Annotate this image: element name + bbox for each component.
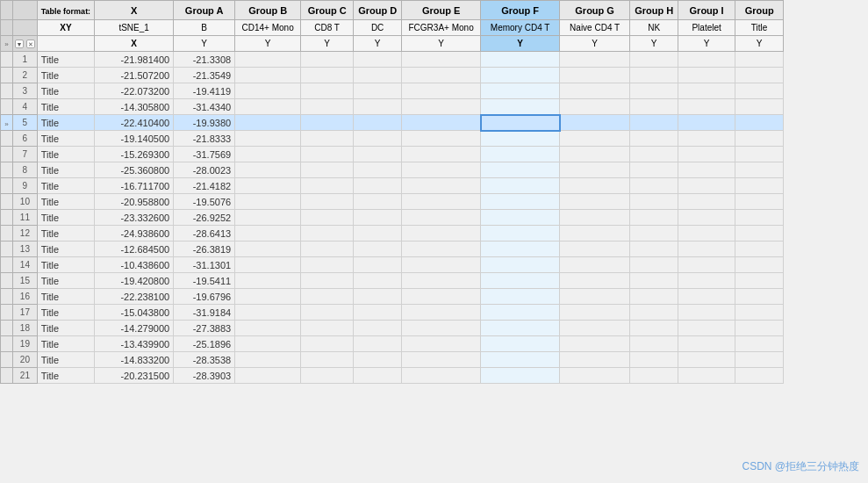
cell-x[interactable]: -20.958800 — [95, 194, 174, 210]
row-expand[interactable] — [1, 242, 13, 257]
cell-group-j[interactable] — [735, 52, 784, 68]
cell-x[interactable]: -25.360800 — [95, 162, 174, 178]
cell-group-j[interactable] — [735, 115, 784, 131]
cell-group-a[interactable]: -28.6413 — [174, 226, 235, 242]
cell-group-j[interactable] — [735, 242, 784, 257]
row-expand[interactable] — [1, 99, 13, 115]
cell-title[interactable]: Title — [37, 336, 94, 352]
cell-group-j[interactable] — [735, 178, 784, 194]
cell-group-e[interactable] — [402, 289, 481, 305]
cell-group-d[interactable] — [354, 68, 402, 83]
cell-group-c[interactable] — [301, 242, 354, 257]
cell-group-i[interactable] — [678, 68, 735, 83]
cell-group-e[interactable] — [402, 99, 481, 115]
cell-x[interactable]: -14.833200 — [95, 352, 174, 368]
cell-group-d[interactable] — [354, 131, 402, 147]
cell-group-i[interactable] — [678, 83, 735, 99]
cell-group-e[interactable] — [402, 194, 481, 210]
table-row[interactable]: »5Title-22.410400-19.9380 — [1, 115, 784, 131]
cell-group-e[interactable] — [402, 210, 481, 226]
cell-group-g[interactable] — [560, 305, 630, 321]
cell-title[interactable]: Title — [37, 52, 94, 68]
row-expand[interactable] — [1, 178, 13, 194]
cell-group-i[interactable] — [678, 289, 735, 305]
cell-title[interactable]: Title — [37, 68, 94, 83]
cell-title[interactable]: Title — [37, 242, 94, 257]
cell-title[interactable]: Title — [37, 210, 94, 226]
table-row[interactable]: 6Title-19.140500-21.8333 — [1, 131, 784, 147]
cell-group-e[interactable] — [402, 273, 481, 289]
cell-group-f[interactable] — [481, 68, 560, 83]
cell-group-g[interactable] — [560, 83, 630, 99]
cell-group-c[interactable] — [301, 210, 354, 226]
cell-group-f[interactable] — [481, 289, 560, 305]
cell-group-d[interactable] — [354, 289, 402, 305]
cell-group-g[interactable] — [560, 242, 630, 257]
cell-group-f[interactable] — [481, 226, 560, 242]
cell-group-f[interactable] — [481, 194, 560, 210]
cell-group-g[interactable] — [560, 52, 630, 68]
cell-group-a[interactable]: -26.9252 — [174, 210, 235, 226]
filter-x-button[interactable]: ✕ — [26, 40, 35, 48]
cell-group-f[interactable] — [481, 162, 560, 178]
table-row[interactable]: 12Title-24.938600-28.6413 — [1, 226, 784, 242]
cell-group-b[interactable] — [235, 115, 301, 131]
cell-x[interactable]: -13.439900 — [95, 336, 174, 352]
cell-group-i[interactable] — [678, 115, 735, 131]
row-expand[interactable] — [1, 83, 13, 99]
cell-group-g[interactable] — [560, 352, 630, 368]
cell-group-c[interactable] — [301, 115, 354, 131]
cell-group-f[interactable] — [481, 99, 560, 115]
cell-group-h[interactable] — [630, 99, 678, 115]
cell-group-a[interactable]: -19.5411 — [174, 273, 235, 289]
cell-title[interactable]: Title — [37, 131, 94, 147]
cell-group-h[interactable] — [630, 68, 678, 83]
cell-group-f[interactable] — [481, 321, 560, 336]
cell-title[interactable]: Title — [37, 194, 94, 210]
cell-x[interactable]: -14.305800 — [95, 99, 174, 115]
cell-group-i[interactable] — [678, 131, 735, 147]
cell-group-i[interactable] — [678, 336, 735, 352]
row-expand[interactable] — [1, 352, 13, 368]
cell-title[interactable]: Title — [37, 305, 94, 321]
cell-group-f[interactable] — [481, 352, 560, 368]
cell-x[interactable]: -14.279000 — [95, 321, 174, 336]
cell-group-f[interactable] — [481, 147, 560, 162]
cell-group-e[interactable] — [402, 178, 481, 194]
cell-group-f[interactable] — [481, 257, 560, 273]
cell-title[interactable]: Title — [37, 147, 94, 162]
row-expand[interactable] — [1, 210, 13, 226]
cell-group-j[interactable] — [735, 83, 784, 99]
cell-group-b[interactable] — [235, 131, 301, 147]
cell-group-d[interactable] — [354, 83, 402, 99]
cell-group-a[interactable]: -28.0023 — [174, 162, 235, 178]
cell-group-d[interactable] — [354, 242, 402, 257]
row-expand[interactable] — [1, 226, 13, 242]
row-expand[interactable] — [1, 336, 13, 352]
cell-group-b[interactable] — [235, 289, 301, 305]
cell-group-d[interactable] — [354, 178, 402, 194]
cell-group-d[interactable] — [354, 352, 402, 368]
cell-group-h[interactable] — [630, 147, 678, 162]
cell-group-h[interactable] — [630, 305, 678, 321]
row-expand[interactable] — [1, 162, 13, 178]
row-expand[interactable] — [1, 131, 13, 147]
row-expand[interactable] — [1, 52, 13, 68]
cell-group-h[interactable] — [630, 368, 678, 384]
cell-group-d[interactable] — [354, 52, 402, 68]
cell-group-c[interactable] — [301, 147, 354, 162]
cell-group-c[interactable] — [301, 68, 354, 83]
cell-group-i[interactable] — [678, 226, 735, 242]
cell-x[interactable]: -24.938600 — [95, 226, 174, 242]
cell-group-i[interactable] — [678, 162, 735, 178]
cell-group-b[interactable] — [235, 226, 301, 242]
row-expand[interactable] — [1, 321, 13, 336]
cell-group-c[interactable] — [301, 226, 354, 242]
cell-group-j[interactable] — [735, 162, 784, 178]
cell-group-h[interactable] — [630, 352, 678, 368]
cell-group-b[interactable] — [235, 257, 301, 273]
cell-x[interactable]: -15.043800 — [95, 305, 174, 321]
row-expand[interactable] — [1, 194, 13, 210]
cell-group-f[interactable] — [481, 273, 560, 289]
cell-group-h[interactable] — [630, 83, 678, 99]
